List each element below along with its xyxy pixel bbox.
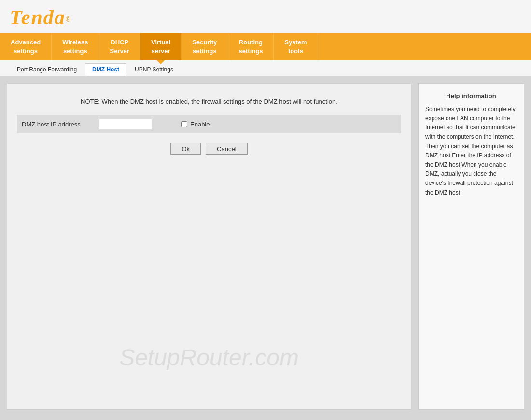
brand-name: Tenda (10, 6, 66, 28)
ip-label: DMZ host IP address (22, 121, 99, 128)
nav-advanced[interactable]: Advanced settings (0, 33, 52, 60)
cancel-button[interactable]: Cancel (206, 143, 247, 155)
help-body: Sometimes you need to completely expose … (425, 105, 517, 197)
enable-checkbox[interactable] (181, 121, 187, 127)
help-title: Help information (425, 91, 517, 101)
nav-security[interactable]: Security settings (182, 33, 228, 60)
logo: Tenda® (10, 6, 70, 29)
subnav-dmz-host[interactable]: DMZ Host (85, 63, 126, 76)
header: Tenda® (0, 0, 531, 33)
note-text: NOTE: When the DMZ host is enabled, the … (17, 98, 401, 105)
enable-label: Enable (190, 121, 210, 128)
enable-group: Enable (181, 121, 210, 128)
nav-wireless[interactable]: Wireless settings (52, 33, 99, 60)
help-panel: Help information Sometimes you need to c… (418, 83, 524, 410)
button-row: Ok Cancel (17, 143, 401, 155)
ok-button[interactable]: Ok (170, 143, 201, 155)
nav-security-line2: settings (193, 47, 217, 55)
main-nav: Advanced settings Wireless settings DHCP… (0, 33, 531, 60)
nav-dhcp-line2: Server (110, 47, 129, 55)
nav-advanced-line1: Advanced (11, 39, 41, 46)
nav-wireless-line2: settings (63, 47, 87, 55)
main-area: NOTE: When the DMZ host is enabled, the … (0, 76, 531, 417)
nav-virtual-line2: server (152, 47, 170, 55)
nav-routing[interactable]: Routing settings (228, 33, 274, 60)
watermark: SetupRouter.com (119, 344, 299, 371)
nav-dhcp[interactable]: DHCP Server (99, 33, 140, 60)
nav-system-line2: tools (288, 47, 303, 55)
dmz-form-row: DMZ host IP address Enable (17, 115, 401, 133)
nav-dhcp-line1: DHCP (111, 39, 128, 46)
nav-system[interactable]: System tools (274, 33, 318, 60)
subnav-port-range[interactable]: Port Range Forwarding (10, 63, 84, 76)
subnav: Port Range Forwarding DMZ Host UPNP Sett… (0, 60, 531, 76)
nav-virtual[interactable]: Virtual server (140, 33, 182, 60)
nav-advanced-line2: settings (14, 47, 38, 55)
nav-security-line1: Security (192, 39, 217, 46)
nav-virtual-line1: Virtual (151, 39, 170, 46)
dmz-ip-input[interactable] (99, 119, 152, 129)
content-panel: NOTE: When the DMZ host is enabled, the … (7, 83, 411, 410)
reg-symbol: ® (66, 15, 70, 23)
nav-routing-line2: settings (239, 47, 263, 55)
nav-routing-line1: Routing (239, 39, 263, 46)
subnav-upnp[interactable]: UPNP Settings (127, 63, 181, 76)
nav-system-line1: System (284, 39, 307, 46)
nav-wireless-line1: Wireless (62, 39, 88, 46)
